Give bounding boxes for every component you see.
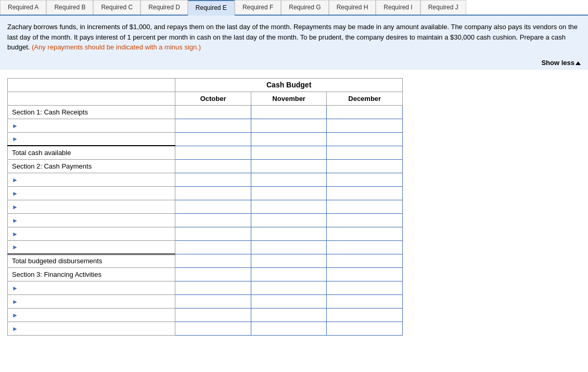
s2r5-label: ► <box>8 227 175 240</box>
cash-budget-table: Cash Budget October November December Se… <box>7 78 403 336</box>
arrow-icon-s3r1: ► <box>12 285 18 292</box>
s3r3-dec[interactable] <box>327 308 403 322</box>
s2r4-oct[interactable] <box>175 213 251 227</box>
section3-label: Section 3: Financing Activities <box>8 267 175 281</box>
total-disb-dec[interactable] <box>327 254 403 267</box>
section3-dec-cell[interactable] <box>327 267 403 281</box>
s2r4-nov[interactable] <box>251 213 327 227</box>
section1-dec-cell[interactable] <box>327 105 403 119</box>
s2r3-nov[interactable] <box>251 200 327 213</box>
arrow-icon-s3r3: ► <box>12 312 18 319</box>
total-cash-nov[interactable] <box>251 146 327 159</box>
table-title-row: Cash Budget <box>8 78 403 92</box>
section3-row3: ► <box>8 308 403 322</box>
tab-required-j[interactable]: Required J <box>420 0 466 15</box>
total-disb-nov[interactable] <box>251 254 327 267</box>
s3r4-oct[interactable] <box>175 322 251 335</box>
s2r1-label: ► <box>8 173 175 186</box>
tab-required-i[interactable]: Required I <box>376 0 420 15</box>
section2-nov-cell[interactable] <box>251 159 327 173</box>
section1-row2: ► <box>8 132 403 146</box>
s2r3-label: ► <box>8 200 175 213</box>
tab-required-g[interactable]: Required G <box>281 0 328 15</box>
total-disbursements-label: Total budgeted disbursements <box>8 254 175 267</box>
section2-label: Section 2: Cash Payments <box>8 159 175 173</box>
s3r3-nov[interactable] <box>251 308 327 322</box>
s2r3-dec[interactable] <box>327 200 403 213</box>
section3-nov-cell[interactable] <box>251 267 327 281</box>
s3r2-oct[interactable] <box>175 294 251 308</box>
s1r1-nov[interactable] <box>251 119 327 132</box>
s3r4-dec[interactable] <box>327 322 403 335</box>
tab-required-d[interactable]: Required D <box>140 0 188 15</box>
section2-row5: ► <box>8 227 403 240</box>
tab-required-e[interactable]: Required E <box>188 0 235 16</box>
triangle-up-icon <box>576 61 581 65</box>
budget-table-wrapper: Cash Budget October November December Se… <box>7 78 403 336</box>
tab-bar: Required A Required B Required C Require… <box>0 0 588 16</box>
main-content: Cash Budget October November December Se… <box>0 70 588 344</box>
s1r2-oct[interactable] <box>175 132 251 146</box>
s3r1-dec[interactable] <box>327 281 403 294</box>
s2r1-oct[interactable] <box>175 173 251 186</box>
s2r5-dec[interactable] <box>327 227 403 240</box>
total-cash-oct[interactable] <box>175 146 251 159</box>
s2r2-dec[interactable] <box>327 186 403 200</box>
table-title-cell: Cash Budget <box>175 78 403 92</box>
s3r2-nov[interactable] <box>251 294 327 308</box>
section2-dec-cell[interactable] <box>327 159 403 173</box>
tab-required-h[interactable]: Required H <box>329 0 376 15</box>
arrow-icon-s2r3: ► <box>12 203 18 211</box>
s3r2-label: ► <box>8 294 175 308</box>
arrow-icon-s3r2: ► <box>12 298 18 305</box>
s2r6-label: ► <box>8 240 175 254</box>
section2-header-row: Section 2: Cash Payments <box>8 159 403 173</box>
s2r3-oct[interactable] <box>175 200 251 213</box>
show-less-area: Show less <box>0 57 588 70</box>
section3-oct-cell[interactable] <box>175 267 251 281</box>
s2r5-oct[interactable] <box>175 227 251 240</box>
total-disbursements-row: Total budgeted disbursements <box>8 254 403 267</box>
s2r1-nov[interactable] <box>251 173 327 186</box>
tab-required-b[interactable]: Required B <box>46 0 93 15</box>
arrow-icon-s2r1: ► <box>12 176 18 184</box>
s2r4-label: ► <box>8 213 175 227</box>
section1-oct-cell[interactable] <box>175 105 251 119</box>
section1-header-row: Section 1: Cash Receipts <box>8 105 403 119</box>
tab-required-a[interactable]: Required A <box>0 0 46 15</box>
show-less-button[interactable]: Show less <box>541 59 581 67</box>
s1r2-nov[interactable] <box>251 132 327 146</box>
section2-oct-cell[interactable] <box>175 159 251 173</box>
s3r1-nov[interactable] <box>251 281 327 294</box>
s3r2-dec[interactable] <box>327 294 403 308</box>
section2-row3: ► <box>8 200 403 213</box>
section1-nov-cell[interactable] <box>251 105 327 119</box>
s2r4-dec[interactable] <box>327 213 403 227</box>
s3r1-label: ► <box>8 281 175 294</box>
s3r1-oct[interactable] <box>175 281 251 294</box>
problem-repayment-note: (Any repayments should be indicated with… <box>32 43 201 51</box>
tab-required-f[interactable]: Required F <box>235 0 281 15</box>
s1r1-oct[interactable] <box>175 119 251 132</box>
section2-row2: ► <box>8 186 403 200</box>
total-cash-row: Total cash available <box>8 146 403 159</box>
s2r6-nov[interactable] <box>251 240 327 254</box>
s2r5-nov[interactable] <box>251 227 327 240</box>
s2r2-oct[interactable] <box>175 186 251 200</box>
s1r1-dec[interactable] <box>327 119 403 132</box>
s2r1-dec[interactable] <box>327 173 403 186</box>
s1r2-dec[interactable] <box>327 132 403 146</box>
s3r4-nov[interactable] <box>251 322 327 335</box>
arrow-icon-s2r5: ► <box>12 230 18 238</box>
arrow-icon-s1r1: ► <box>12 122 18 130</box>
s2r2-nov[interactable] <box>251 186 327 200</box>
total-disb-oct[interactable] <box>175 254 251 267</box>
total-cash-dec[interactable] <box>327 146 403 159</box>
s2r6-oct[interactable] <box>175 240 251 254</box>
section2-row1: ► <box>8 173 403 186</box>
s2r6-dec[interactable] <box>327 240 403 254</box>
s1r2-label: ► <box>8 132 175 146</box>
s1r1-label: ► <box>8 119 175 132</box>
tab-required-c[interactable]: Required C <box>93 0 140 15</box>
s3r3-oct[interactable] <box>175 308 251 322</box>
